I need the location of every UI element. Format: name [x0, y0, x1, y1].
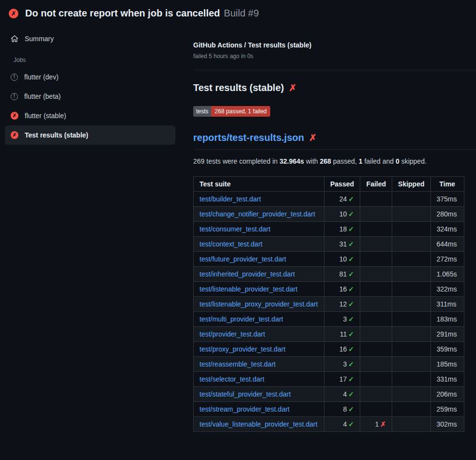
job-label: flutter (beta) [24, 92, 61, 100]
table-row: test/builder_test.dart 24✓ ✗ 375ms [194, 192, 464, 207]
suite-link[interactable]: test/value_listenable_provider_test.dart [200, 420, 318, 428]
check-title-text: Test results (stable) [193, 82, 284, 93]
time-cell: 1.065s [430, 267, 464, 282]
suite-link[interactable]: test/consumer_test.dart [200, 225, 270, 233]
suite-link[interactable]: test/listenable_provider_test.dart [200, 285, 297, 293]
sidebar-job-item[interactable]: ! ✗ flutter (stable) [5, 106, 175, 125]
main-content: GitHub Actions / Test results (stable) f… [175, 24, 476, 442]
x-circle-icon: ✗ [9, 9, 18, 18]
check-icon: ✓ [348, 270, 354, 278]
sidebar-item-summary[interactable]: Summary [5, 30, 175, 48]
passed-count: 31 [339, 240, 347, 248]
report-title: reports/test-results.json ✗ [193, 132, 476, 150]
build-number: Build #9 [224, 8, 259, 19]
passed-count: 4 [343, 420, 347, 428]
failed-count: 1 [375, 420, 379, 428]
suite-link[interactable]: test/context_test.dart [200, 240, 262, 248]
time-cell: 185ms [430, 357, 464, 372]
table-header-row: Test suite Passed Failed Skipped Time [194, 177, 464, 192]
jobs-section-label: Jobs [14, 57, 175, 63]
sidebar-jobs-list: ! ✗ flutter (dev) ! ✗ flutter (beta) ! ✗… [5, 67, 175, 145]
check-icon: ✓ [348, 390, 354, 398]
tests-badge: tests 268 passed, 1 failed [193, 106, 270, 117]
x-icon: ✗ [289, 83, 296, 92]
table-row: test/inherited_provider_test.dart 81✓ ✗ … [194, 267, 464, 282]
suite-link[interactable]: test/builder_test.dart [200, 195, 261, 203]
passed-count: 10 [339, 210, 347, 218]
suite-link[interactable]: test/future_provider_test.dart [200, 255, 286, 263]
sidebar-job-item[interactable]: ! ✗ Test results (stable) [5, 125, 175, 145]
check-icon: ✓ [348, 285, 354, 293]
breadcrumb: GitHub Actions / Test results (stable) [193, 41, 476, 49]
x-circle-icon: ✗ [11, 112, 18, 120]
check-icon: ✓ [348, 210, 354, 218]
sidebar-job-item[interactable]: ! ✗ flutter (dev) [5, 67, 175, 87]
check-icon: ✓ [348, 255, 354, 263]
suite-link[interactable]: test/selector_test.dart [200, 375, 264, 383]
sidebar-job-item[interactable]: ! ✗ flutter (beta) [5, 87, 175, 106]
summary-duration: 32.964s [279, 157, 304, 165]
header-failed: Failed [360, 177, 392, 192]
report-link[interactable]: reports/test-results.json [193, 132, 304, 143]
passed-count: 11 [340, 330, 347, 338]
passed-count: 24 [339, 195, 347, 203]
home-icon [11, 35, 18, 43]
checks-page: ✗ Do not create report when job is cance… [0, 0, 476, 460]
badge-label: tests [193, 106, 211, 117]
table-row: test/listenable_proxy_provider_test.dart… [194, 297, 464, 312]
suite-link[interactable]: test/change_notifier_provider_test.dart [200, 210, 315, 218]
check-section-title: Test results (stable) ✗ [193, 82, 476, 93]
table-row: test/stateful_provider_test.dart 4✓ ✗ 20… [194, 387, 464, 402]
summary-line: 269 tests were completed in 32.964s with… [193, 157, 476, 165]
time-cell: 259ms [430, 402, 464, 417]
body-wrap: Summary Jobs ! ✗ flutter (dev) ! ✗ flutt… [0, 24, 476, 460]
time-cell: 183ms [430, 312, 464, 327]
check-icon: ✓ [348, 375, 354, 383]
job-label: flutter (dev) [24, 73, 59, 81]
header-test-suite: Test suite [194, 177, 324, 192]
suite-link[interactable]: test/proxy_provider_test.dart [200, 345, 285, 353]
table-row: test/listenable_provider_test.dart 16✓ ✗… [194, 282, 464, 297]
passed-count: 17 [339, 375, 347, 383]
check-icon: ✓ [348, 315, 354, 323]
summary-failed: 1 [359, 157, 363, 165]
summary-passed: 268 [320, 157, 331, 165]
table-row: test/context_test.dart 31✓ ✗ 644ms [194, 237, 464, 252]
time-cell: 324ms [430, 222, 464, 237]
suite-link[interactable]: test/inherited_provider_test.dart [200, 270, 295, 278]
run-title: Do not create report when job is cancell… [25, 8, 220, 19]
time-cell: 272ms [430, 252, 464, 267]
passed-count: 3 [343, 360, 347, 368]
table-row: test/consumer_test.dart 18✓ ✗ 324ms [194, 222, 464, 237]
job-label: Test results (stable) [25, 131, 88, 139]
time-cell: 280ms [430, 207, 464, 222]
passed-count: 10 [339, 255, 347, 263]
run-meta: failed 5 hours ago in 0s [193, 53, 476, 60]
exclamation-circle-icon: ! [11, 93, 18, 100]
x-icon: ✗ [380, 420, 386, 428]
table-row: test/reassemble_test.dart 3✓ ✗ 185ms [194, 357, 464, 372]
suite-link[interactable]: test/reassemble_test.dart [200, 360, 276, 368]
suite-link[interactable]: test/stream_provider_test.dart [200, 405, 290, 413]
check-icon: ✓ [348, 195, 354, 203]
passed-count: 18 [339, 225, 347, 233]
check-icon: ✓ [348, 300, 354, 308]
header-skipped: Skipped [392, 177, 430, 192]
summary-text: with [304, 157, 320, 165]
table-row: test/multi_provider_test.dart 3✓ ✗ 183ms [194, 312, 464, 327]
suite-link[interactable]: test/stateful_provider_test.dart [200, 390, 291, 398]
time-cell: 331ms [430, 372, 464, 387]
suite-link[interactable]: test/multi_provider_test.dart [200, 315, 283, 323]
suite-link[interactable]: test/listenable_proxy_provider_test.dart [200, 300, 318, 308]
check-icon: ✓ [348, 360, 354, 368]
divider [193, 70, 476, 70]
results-table-body: test/builder_test.dart 24✓ ✗ 375ms test/… [194, 192, 464, 432]
summary-text: skipped. [399, 157, 427, 165]
passed-count: 3 [343, 315, 347, 323]
suite-link[interactable]: test/provider_test.dart [200, 330, 265, 338]
summary-label: Summary [25, 35, 54, 43]
x-icon: ✗ [309, 133, 317, 142]
time-cell: 311ms [430, 297, 464, 312]
time-cell: 291ms [430, 327, 464, 342]
table-row: test/provider_test.dart 11✓ ✗ 291ms [194, 327, 464, 342]
